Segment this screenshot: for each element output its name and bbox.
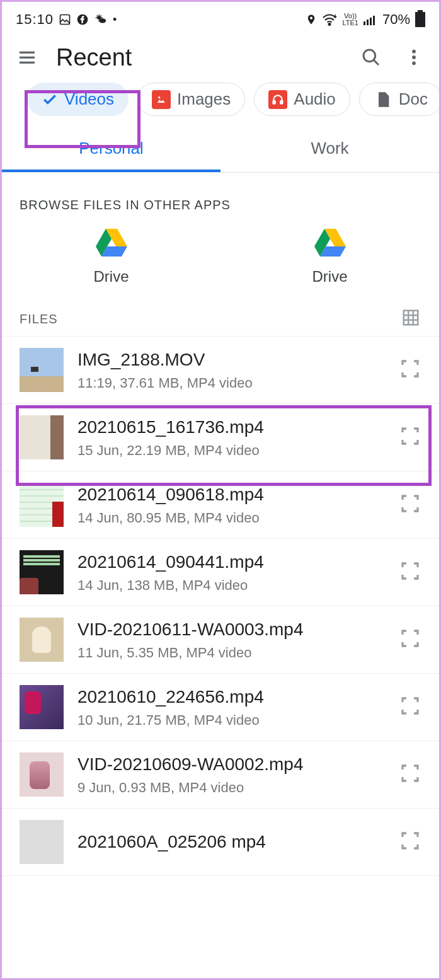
svg-rect-0 xyxy=(60,15,70,25)
drive-icon xyxy=(313,226,347,257)
file-thumbnail xyxy=(20,550,64,594)
svg-rect-6 xyxy=(367,20,369,25)
chip-videos[interactable]: Videos xyxy=(27,83,129,116)
file-name: 20210610_224656.mp4 xyxy=(77,686,385,708)
files-section-title: FILES xyxy=(20,312,58,326)
file-name: VID-20210611-WA0003.mp4 xyxy=(77,618,385,641)
network-label: Vo)) LTE1 xyxy=(342,13,358,26)
chip-label: Videos xyxy=(64,89,114,109)
image-icon xyxy=(59,13,71,26)
file-thumbnail xyxy=(20,415,64,459)
chip-documents[interactable]: Doc xyxy=(359,83,439,116)
file-row[interactable]: VID-20210609-WA0002.mp49 Jun, 0.93 MB, M… xyxy=(2,741,439,809)
apps-row: Drive Drive xyxy=(2,221,439,292)
svg-rect-8 xyxy=(373,16,375,25)
chip-label: Audio xyxy=(294,89,336,109)
svg-rect-9 xyxy=(20,52,35,54)
chip-label: Images xyxy=(177,89,231,109)
file-text: IMG_2188.MOV11:19, 37.61 MB, MP4 video xyxy=(77,349,385,391)
expand-icon[interactable] xyxy=(399,829,421,855)
filter-chips: Videos Images Audio Doc xyxy=(2,83,439,122)
file-thumbnail xyxy=(20,685,64,729)
search-button[interactable] xyxy=(357,43,385,71)
file-meta: 10 Jun, 21.75 MB, MP4 video xyxy=(77,712,385,729)
file-name: 20210614_090618.mp4 xyxy=(77,483,385,506)
file-row[interactable]: IMG_2188.MOV11:19, 37.61 MB, MP4 video xyxy=(2,336,439,404)
file-row[interactable]: VID-20210611-WA0003.mp411 Jun, 5.35 MB, … xyxy=(2,606,439,674)
file-name: 20210614_090441.mp4 xyxy=(77,551,385,574)
file-thumbnail xyxy=(20,752,64,797)
file-text: 20210615_161736.mp415 Jun, 22.19 MB, MP4… xyxy=(77,416,385,459)
svg-line-13 xyxy=(374,60,379,65)
svg-point-3 xyxy=(99,18,106,23)
file-name: VID-20210609-WA0002.mp4 xyxy=(77,753,385,776)
signal-icon xyxy=(364,14,377,25)
svg-rect-7 xyxy=(370,18,372,25)
more-button[interactable] xyxy=(400,43,428,71)
svg-point-14 xyxy=(412,50,416,54)
check-icon xyxy=(42,91,58,108)
battery-percent: 70% xyxy=(382,11,410,28)
file-row[interactable]: 20210615_161736.mp415 Jun, 22.19 MB, MP4… xyxy=(2,404,439,471)
headphones-icon xyxy=(268,90,287,109)
svg-point-17 xyxy=(158,96,160,98)
file-row[interactable]: 20210614_090441.mp414 Jun, 138 MB, MP4 v… xyxy=(2,539,439,606)
expand-icon[interactable] xyxy=(399,492,421,517)
file-row[interactable]: 2021060A_025206 mp4 xyxy=(2,809,439,876)
grid-view-button[interactable] xyxy=(401,308,420,330)
svg-point-12 xyxy=(364,50,375,62)
browse-section-title: BROWSE FILES IN OTHER APPS xyxy=(2,173,439,221)
app-drive-2[interactable]: Drive xyxy=(220,226,439,285)
file-row[interactable]: 20210614_090618.mp414 Jun, 80.95 MB, MP4… xyxy=(2,471,439,539)
file-text: 20210614_090618.mp414 Jun, 80.95 MB, MP4… xyxy=(77,483,385,526)
file-row[interactable]: 20210610_224656.mp410 Jun, 21.75 MB, MP4… xyxy=(2,674,439,741)
file-name: IMG_2188.MOV xyxy=(77,349,385,371)
file-meta: 9 Jun, 0.93 MB, MP4 video xyxy=(77,780,385,796)
app-drive-1[interactable]: Drive xyxy=(2,226,220,285)
weather-icon xyxy=(94,13,108,26)
status-time: 15:10 xyxy=(16,11,54,28)
file-text: VID-20210611-WA0003.mp411 Jun, 5.35 MB, … xyxy=(77,618,385,661)
app-label: Drive xyxy=(93,268,129,285)
svg-rect-11 xyxy=(20,62,35,64)
facebook-icon xyxy=(76,13,89,26)
expand-icon[interactable] xyxy=(399,357,421,383)
expand-icon[interactable] xyxy=(399,560,421,585)
file-thumbnail xyxy=(20,820,64,864)
chip-audio[interactable]: Audio xyxy=(254,83,350,116)
file-meta: 14 Jun, 138 MB, MP4 video xyxy=(77,577,385,594)
svg-point-16 xyxy=(412,61,416,65)
expand-icon[interactable] xyxy=(399,627,421,652)
file-thumbnail xyxy=(20,483,64,527)
status-dot-icon: • xyxy=(113,13,117,26)
file-list: IMG_2188.MOV11:19, 37.61 MB, MP4 video20… xyxy=(2,336,439,876)
file-meta: 15 Jun, 22.19 MB, MP4 video xyxy=(77,442,385,459)
svg-rect-18 xyxy=(273,100,275,103)
file-thumbnail xyxy=(20,348,64,392)
app-label: Drive xyxy=(312,268,347,285)
expand-icon[interactable] xyxy=(399,425,421,450)
drive-icon xyxy=(94,226,129,257)
expand-icon[interactable] xyxy=(399,762,421,787)
file-meta: 11:19, 37.61 MB, MP4 video xyxy=(77,375,385,391)
status-bar: 15:10 • Vo)) LTE1 70% xyxy=(2,2,439,37)
svg-rect-5 xyxy=(364,21,365,25)
expand-icon[interactable] xyxy=(399,695,421,720)
file-text: 20210614_090441.mp414 Jun, 138 MB, MP4 v… xyxy=(77,551,385,594)
tab-work[interactable]: Work xyxy=(220,127,439,172)
battery-icon xyxy=(415,12,425,27)
file-meta: 11 Jun, 5.35 MB, MP4 video xyxy=(77,645,385,661)
menu-button[interactable] xyxy=(13,43,41,71)
file-name: 2021060A_025206 mp4 xyxy=(77,831,385,853)
document-icon xyxy=(374,90,392,109)
file-meta: 14 Jun, 80.95 MB, MP4 video xyxy=(77,510,385,526)
location-icon xyxy=(306,13,317,26)
image-icon xyxy=(152,90,171,109)
file-name: 20210615_161736.mp4 xyxy=(77,416,385,439)
tab-personal[interactable]: Personal xyxy=(2,127,220,172)
svg-rect-26 xyxy=(404,311,418,325)
app-bar: Recent xyxy=(2,37,439,83)
chip-images[interactable]: Images xyxy=(137,83,245,116)
svg-rect-10 xyxy=(20,57,35,59)
chip-label: Doc xyxy=(399,89,428,109)
